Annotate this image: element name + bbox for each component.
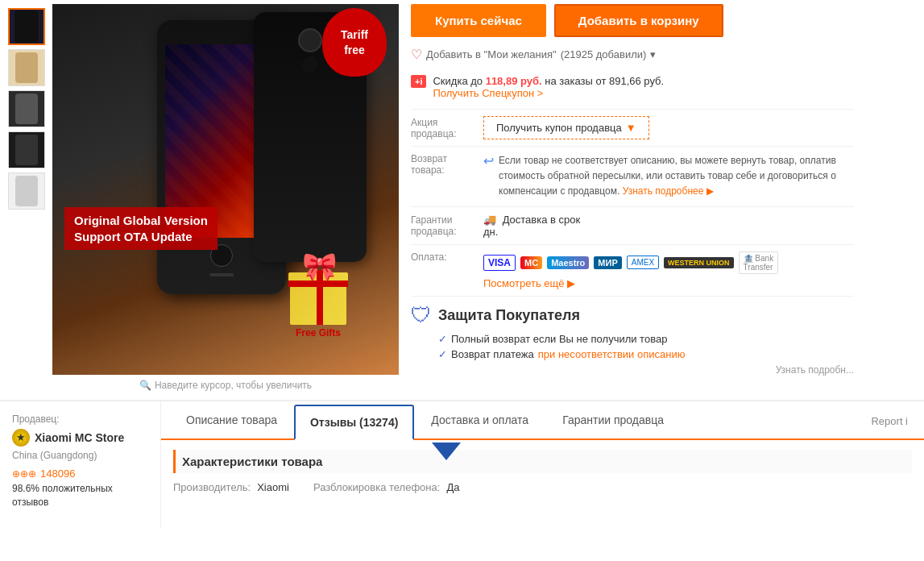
char-row-1: Производитель: Xiaomi [173, 481, 289, 493]
amex-icon: AMEX [627, 256, 659, 269]
buy-now-button[interactable]: Купить сейчас [411, 4, 546, 37]
tariff-badge: Tariff free [322, 8, 387, 77]
arrow-indicator [64, 438, 827, 464]
wishlist-count: (21925 добавили) [561, 48, 647, 60]
thumbnail-list [8, 4, 52, 396]
product-main-area: mi Tariff free Original Global Version S… [0, 0, 924, 400]
tab-description[interactable]: Описание товара [169, 401, 294, 438]
payment-icons: VISA MC Maestro МИР AMEX WESTERN UNION 🏦… [483, 251, 778, 274]
star-icons: ⊕⊕⊕ [12, 468, 36, 480]
see-more-payment[interactable]: Посмотреть ещё ▶ [483, 277, 778, 289]
characteristics-rows: Производитель: Xiaomi Разблокировка теле… [173, 481, 912, 493]
seller-promo-row: Акцияпродавца: Получить купон продавца ▼ [411, 109, 854, 146]
overlay-line2: Support OTA Update [74, 230, 208, 243]
warranty-label: Гарантиипродавца: [411, 214, 475, 237]
discount-icon: +i [411, 75, 426, 88]
positive-rate: 98.6% положительных отзывов [12, 482, 148, 509]
overlay-line1: Original Global Version [74, 214, 208, 227]
warranty-days: дн. [483, 226, 498, 238]
shield-icon: 🛡 [411, 303, 432, 328]
check-icon-1: ✓ [438, 333, 447, 345]
tab-reviews[interactable]: Отзывы (13274) [294, 405, 414, 440]
free-gifts-label: Free Gifts [282, 327, 354, 339]
discount-link[interactable]: Получить Спецкупон > [433, 87, 543, 99]
free-gifts: 🎀 Free Gifts [282, 256, 354, 339]
visa-icon: VISA [483, 255, 516, 271]
main-image-container: mi Tariff free Original Global Version S… [52, 4, 399, 396]
protection-title: Защита Покупателя [438, 307, 580, 324]
thumbnail-2[interactable] [8, 49, 45, 86]
delivery-icon: 🚚 [483, 214, 496, 226]
buyer-protection: 🛡 Защита Покупателя ✓ Полный возврат есл… [411, 296, 854, 382]
char-value-1: Xiaomi [257, 481, 289, 493]
thumbnail-1[interactable] [8, 8, 45, 45]
discount-amount: 118,89 руб. [486, 75, 542, 87]
char-label-1: Производитель: [173, 481, 251, 493]
rating-count: 148096 [40, 468, 75, 480]
protection-item-2: ✓ Возврат платежа при несоответствии опи… [438, 348, 854, 360]
report-button[interactable]: Report i [863, 404, 916, 438]
western-union-icon: WESTERN UNION [664, 257, 734, 268]
mastercard-icon: MC [520, 256, 542, 269]
return-policy-row: Возвраттовара: ↩ Если товар не соответст… [411, 146, 854, 206]
thumbnail-4[interactable] [8, 131, 45, 168]
tab-guarantee[interactable]: Гарантии продавца [545, 401, 681, 438]
return-label: Возвраттовара: [411, 153, 475, 176]
coupon-arrow: ▼ [626, 122, 636, 134]
char-value-2: Да [446, 481, 459, 493]
return-link[interactable]: Узнать подробнее ▶ [623, 185, 714, 197]
wishlist-row: ♡ Добавить в "Мои желания" (21925 добави… [411, 47, 854, 62]
protection-link[interactable]: при несоответствии описанию [538, 348, 686, 360]
seller-label: Продавец: [12, 413, 148, 425]
tab-delivery[interactable]: Доставка и оплата [414, 401, 545, 438]
discount-text: Скидка до [433, 75, 485, 87]
coupon-label: Получить купон продавца [496, 122, 622, 134]
seller-panel: Продавец: ★ Xiaomi MC Store China (Guang… [0, 401, 161, 529]
return-icon: ↩ [483, 153, 494, 168]
search-icon: 🔍 [139, 380, 151, 391]
main-product-image: mi Tariff free Original Global Version S… [52, 4, 399, 375]
seller-rating: ⊕⊕⊕ 148096 [12, 468, 148, 480]
thumbnail-5[interactable] [8, 172, 45, 210]
wishlist-arrow[interactable]: ▾ [650, 48, 656, 60]
bank-transfer-icon: 🏦 BankTransfer [739, 251, 779, 274]
product-text-overlay: Original Global Version Support OTA Upda… [64, 207, 218, 250]
warranty-row: Гарантиипродавца: 🚚 Доставка в срок дн. [411, 206, 854, 244]
gold-badge: ★ [12, 429, 30, 447]
add-to-cart-button[interactable]: Добавить в корзину [554, 4, 723, 37]
promo-label: Акцияпродавца: [411, 117, 475, 139]
check-icon-2: ✓ [438, 348, 447, 360]
zoom-hint: 🔍 Наведите курсор, чтобы увеличить [52, 375, 399, 396]
char-row-2: Разблокировка телефона: Да [313, 481, 460, 493]
product-info-panel: Купить сейчас Добавить в корзину ♡ Добав… [399, 4, 866, 396]
char-label-2: Разблокировка телефона: [313, 481, 440, 493]
heart-icon: ♡ [411, 47, 422, 62]
payment-label: Оплата: [411, 251, 475, 263]
buy-buttons: Купить сейчас Добавить в корзину [411, 4, 854, 37]
tabs-section: Описание товара Отзывы (13274) Доставка … [161, 401, 924, 529]
wishlist-text[interactable]: Добавить в "Мои желания" [426, 48, 557, 60]
maestro-icon: Maestro [547, 256, 589, 269]
mir-icon: МИР [594, 256, 621, 269]
warranty-text: Доставка в срок [503, 214, 581, 226]
discount-suffix: на заказы от 891,66 руб. [545, 75, 664, 87]
tabs-bar: Описание товара Отзывы (13274) Доставка … [161, 401, 924, 440]
payment-row: Оплата: VISA MC Maestro МИР AMEX WESTERN… [411, 244, 854, 296]
protection-item-1: ✓ Полный возврат если Вы не получили тов… [438, 333, 854, 345]
coupon-button[interactable]: Получить купон продавца ▼ [483, 116, 649, 139]
discount-row: +i Скидка до 118,89 руб. на заказы от 89… [411, 70, 854, 104]
bottom-section: Продавец: ★ Xiaomi MC Store China (Guang… [0, 400, 924, 529]
thumbnail-3[interactable] [8, 90, 45, 127]
return-text: Если товар не соответствует описанию, вы… [499, 153, 854, 200]
learn-more-link[interactable]: Узнать подробн... [776, 364, 854, 376]
